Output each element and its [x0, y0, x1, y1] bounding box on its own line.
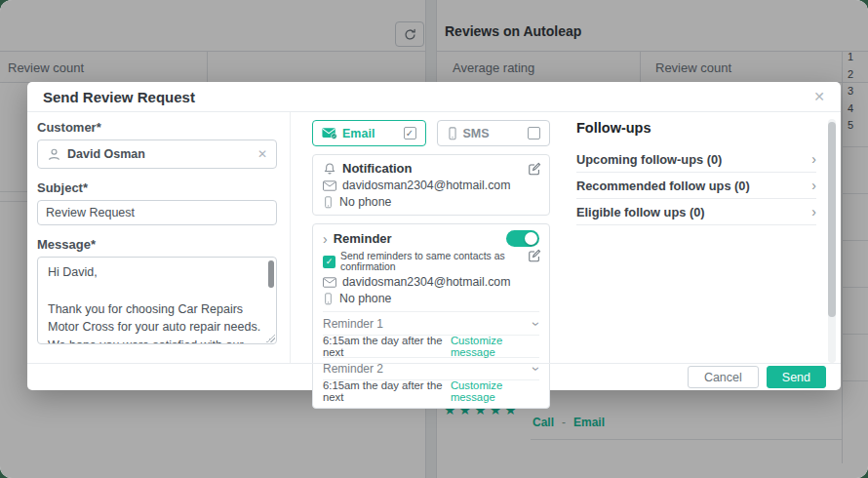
textarea-resize-handle[interactable] [266, 334, 275, 342]
delivery-column: Email ✓ SMS [312, 112, 550, 363]
sms-channel-button[interactable]: SMS [437, 120, 551, 146]
customer-field[interactable]: David Osman ✕ [37, 139, 277, 169]
envelope-icon [323, 277, 336, 288]
reminder-toggle[interactable] [506, 230, 539, 247]
reminder-1-schedule-row: 6:15am the day after the next Customize … [323, 335, 539, 357]
channel-tabs: Email ✓ SMS [312, 120, 550, 146]
email-envelope-icon [322, 127, 337, 139]
chevron-right-icon: › [811, 152, 816, 166]
eligible-followups-row[interactable]: Eligible follow ups (0) › [576, 199, 816, 225]
message-textarea[interactable]: Hi David, Thank you for choosing Car Rep… [38, 258, 276, 343]
modal-header: Send Review Request ✕ [27, 82, 841, 112]
followups-column: Follow-ups Upcoming follow-ups (0) › Rec… [576, 112, 832, 363]
same-contacts-label: Send reminders to same contacts as confi… [340, 251, 520, 272]
upcoming-followups-row[interactable]: Upcoming follow-ups (0) › [576, 146, 816, 173]
chevron-down-icon: › [531, 321, 544, 326]
phone-icon [323, 293, 334, 305]
modal-scrollbar-thumb[interactable] [828, 122, 836, 317]
recommended-followups-label: Recommended follow ups (0) [576, 179, 750, 193]
envelope-icon [323, 180, 336, 191]
chevron-right-icon: › [811, 179, 816, 192]
upcoming-followups-label: Upcoming follow-ups (0) [576, 152, 722, 167]
chevron-right-icon: › [811, 205, 816, 219]
customer-value: David Osman [67, 147, 145, 161]
email-checked-checkbox[interactable]: ✓ [404, 127, 416, 139]
same-contacts-row: ✓ Send reminders to same contacts as con… [323, 251, 539, 272]
sms-channel-label: SMS [463, 127, 490, 140]
edit-notification-icon[interactable] [528, 162, 541, 176]
toggle-knob [525, 232, 537, 245]
followups-title: Follow-ups [576, 120, 816, 136]
message-label: Message* [37, 237, 290, 252]
reminder-email-row: davidosman2304@hotmail.com [323, 275, 539, 289]
notification-email-row: davidosman2304@hotmail.com [323, 179, 539, 192]
same-contacts-checkbox[interactable]: ✓ [323, 256, 335, 268]
reminder-email: davidosman2304@hotmail.com [342, 275, 510, 289]
app-window: Review count Reviews on Autoleap Average… [0, 0, 868, 478]
notification-title: Notification [342, 161, 413, 176]
phone-icon [323, 196, 334, 209]
phone-icon [447, 127, 458, 140]
notification-phone: No phone [339, 195, 391, 209]
reminder-title: Reminder [334, 231, 392, 246]
customize-message-link[interactable]: Customize message [451, 335, 539, 358]
textarea-scrollbar-thumb[interactable] [268, 260, 274, 288]
modal-title: Send Review Request [43, 89, 195, 105]
notification-phone-row: No phone [323, 195, 539, 209]
email-channel-label: Email [342, 127, 375, 140]
modal-footer: Cancel Send [27, 363, 841, 390]
send-button[interactable]: Send [767, 366, 826, 388]
reminder-header[interactable]: › Reminder [323, 230, 539, 247]
reminder-phone-row: No phone [323, 292, 539, 305]
chevron-right-icon: › [323, 232, 328, 246]
edit-reminder-icon[interactable] [528, 249, 541, 262]
recommended-followups-row[interactable]: Recommended follow ups (0) › [576, 173, 816, 199]
modal-body: Customer* David Osman ✕ Subject* Message… [27, 112, 841, 363]
sms-unchecked-checkbox[interactable] [528, 127, 540, 139]
notification-email: davidosman2304@hotmail.com [342, 179, 510, 192]
reminder-1-row[interactable]: Reminder 1 › [323, 312, 539, 335]
close-icon[interactable]: ✕ [813, 90, 825, 103]
message-field-wrapper: Hi David, Thank you for choosing Car Rep… [37, 257, 277, 344]
reminder-1-schedule: 6:15am the day after the next [323, 335, 451, 358]
clear-customer-icon[interactable]: ✕ [257, 147, 267, 161]
notification-header: Notification [323, 161, 539, 176]
email-channel-button[interactable]: Email ✓ [312, 120, 426, 146]
reminder-phone: No phone [339, 292, 391, 305]
modal-scrollbar-track[interactable] [828, 119, 836, 363]
notification-card: Notification [312, 154, 550, 216]
send-review-request-modal: Send Review Request ✕ Customer* David Os… [27, 82, 841, 390]
subject-label: Subject* [37, 180, 290, 195]
customer-label: Customer* [37, 120, 290, 135]
request-form-column: Customer* David Osman ✕ Subject* Message… [27, 112, 291, 363]
eligible-followups-label: Eligible follow ups (0) [576, 205, 705, 219]
subject-input[interactable] [37, 200, 277, 225]
cancel-button[interactable]: Cancel [688, 366, 759, 388]
person-icon [47, 147, 61, 162]
reminder-1-label: Reminder 1 [323, 317, 383, 331]
bell-icon [323, 162, 336, 176]
